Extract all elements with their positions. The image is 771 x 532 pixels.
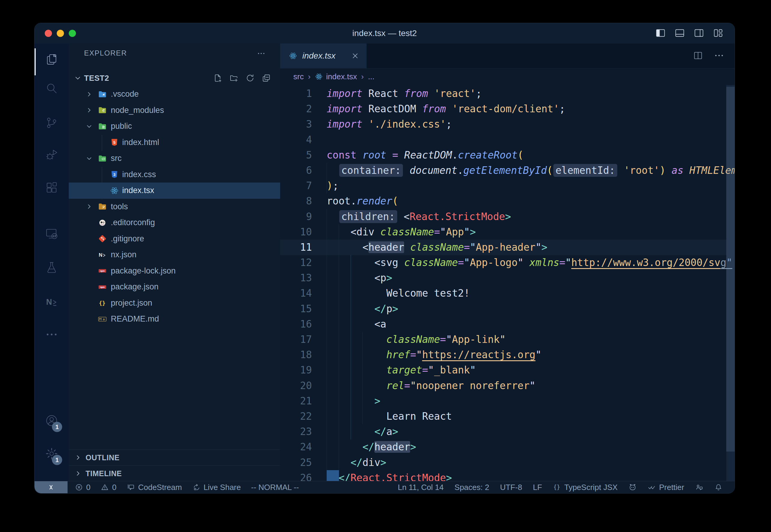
sidebar-panel-outline[interactable]: OUTLINE	[69, 449, 280, 466]
tree-item-public[interactable]: public	[69, 118, 280, 135]
status-ln-11-col-14[interactable]: Ln 11, Col 14	[398, 483, 444, 492]
tree-item--editorconfig[interactable]: .editorconfig	[69, 215, 280, 231]
code-line-18[interactable]: href="https://reactjs.org"	[327, 347, 735, 362]
breadcrumb-item[interactable]: src	[293, 72, 304, 81]
activity-item-search[interactable]	[35, 74, 69, 103]
activity-item-more-views[interactable]	[35, 320, 69, 349]
file-label: package.json	[111, 282, 159, 292]
code-line-14[interactable]: Welcome test2!	[327, 286, 735, 301]
collapse-all-button[interactable]	[262, 73, 271, 84]
activity-item-source-control[interactable]	[35, 108, 69, 137]
tree-item-index-html[interactable]: 5index.html	[69, 135, 280, 151]
status-lf[interactable]: LF	[533, 483, 542, 492]
status-prettier[interactable]: Prettier	[648, 483, 684, 492]
code-line-26[interactable]: </React.StrictMode>	[327, 470, 735, 481]
new-folder-button[interactable]	[229, 73, 239, 84]
status-spaces-2[interactable]: Spaces: 2	[455, 483, 489, 492]
status-codestream[interactable]: CodeStream	[127, 483, 182, 492]
code-token: >	[446, 472, 452, 481]
workspace-section-header[interactable]: TEST2	[69, 70, 280, 86]
scrollbar-slider[interactable]	[726, 87, 735, 452]
code-line-7[interactable]: );	[327, 178, 735, 193]
code-line-4[interactable]	[327, 132, 735, 147]
tree-item-package-lock-json[interactable]: npmpackage-lock.json	[69, 263, 280, 279]
file-label: .vscode	[111, 89, 139, 99]
code-line-12[interactable]: <svg className="App-logo" xmlns="http://…	[327, 255, 735, 270]
code-line-9[interactable]: children: <React.StrictMode>	[327, 209, 735, 224]
code-token: "	[410, 380, 416, 391]
line-number-gutter[interactable]: 1234567891011121314151617181920212223242…	[280, 86, 312, 481]
layout-panel-button[interactable]	[674, 27, 685, 40]
new-file-button[interactable]	[213, 73, 222, 84]
status-feedback[interactable]	[695, 483, 703, 491]
tree-item-nx-json[interactable]: Nnx.json	[69, 247, 280, 263]
tree-item-readme-md[interactable]: README.md	[69, 311, 280, 327]
code-line-11[interactable]: <header className="App-header">	[327, 240, 735, 255]
tree-item-tools[interactable]: tools	[69, 199, 280, 215]
code-line-15[interactable]: </p>	[327, 301, 735, 316]
code-token: ;	[333, 180, 339, 192]
code-line-25[interactable]: </div>	[327, 455, 735, 470]
remote-indicator[interactable]	[35, 481, 68, 493]
code-line-20[interactable]: rel="noopener noreferrer"	[327, 378, 735, 393]
npm-icon: npm	[98, 282, 107, 292]
code-area[interactable]: 1234567891011121314151617181920212223242…	[280, 85, 735, 481]
layout-customize-button[interactable]	[712, 27, 724, 40]
code-line-22[interactable]: Learn React	[327, 409, 735, 424]
tree-item-package-json[interactable]: npmpackage.json	[69, 279, 280, 295]
tree-item-index-css[interactable]: 3index.css	[69, 167, 280, 183]
activity-item-extensions[interactable]	[35, 174, 69, 202]
code-token: "	[500, 334, 506, 345]
code-token	[327, 457, 350, 468]
tree-item--vscode[interactable]: .vscode	[69, 86, 280, 102]
activity-item-testing[interactable]	[35, 253, 69, 282]
tree-item-src[interactable]: src	[69, 150, 280, 167]
code-line-6[interactable]: container: document.getElementById(eleme…	[327, 163, 735, 178]
status-normal[interactable]: -- NORMAL --	[251, 483, 299, 492]
tree-item-project-json[interactable]: {}project.json	[69, 295, 280, 311]
status-bell[interactable]	[714, 483, 723, 491]
activity-item-nx-console[interactable]: N	[35, 288, 69, 316]
close-tab-icon[interactable]	[342, 51, 351, 60]
sidebar-panel-timeline[interactable]: TIMELINE	[69, 465, 280, 482]
code-line-24[interactable]: </header>	[327, 439, 735, 455]
explorer-more-actions-button[interactable]	[257, 49, 266, 58]
activity-item-remote-explorer[interactable]	[35, 219, 69, 248]
code-line-8[interactable]: root.render(	[327, 193, 735, 209]
editor-scrollbar[interactable]	[726, 85, 735, 481]
layout-sidebar-left-button[interactable]	[655, 27, 666, 40]
layout-sidebar-right-button[interactable]	[693, 27, 705, 40]
code-line-13[interactable]: <p>	[327, 270, 735, 286]
tree-item-node-modules[interactable]: JSnode_modules	[69, 102, 280, 119]
ellipsis-button[interactable]	[714, 50, 724, 62]
code-line-3[interactable]: import './index.css';	[327, 116, 735, 132]
code-line-2[interactable]: import ReactDOM from 'react-dom/client';	[327, 101, 735, 116]
refresh-button[interactable]	[245, 73, 255, 84]
activity-item-explorer[interactable]	[35, 45, 69, 74]
activity-item-run-debug[interactable]	[35, 141, 69, 169]
tree-item--gitignore[interactable]: .gitignore	[69, 231, 280, 247]
status-octoface[interactable]	[628, 483, 637, 491]
status-live-share[interactable]: Live Share	[192, 483, 241, 492]
code-line-21[interactable]: >	[327, 393, 735, 409]
code-line-19[interactable]: target="_blank"	[327, 362, 735, 378]
code-line-1[interactable]: import React from 'react';	[327, 86, 735, 101]
source-control-icon	[45, 116, 59, 130]
code-line-23[interactable]: </a>	[327, 424, 735, 439]
breadcrumb-item[interactable]: ...	[368, 72, 375, 81]
activity-item-settings[interactable]: 1	[35, 439, 69, 468]
split-editor-button[interactable]	[693, 50, 703, 62]
tree-item-index-tsx[interactable]: index.tsx	[69, 183, 280, 199]
tab-index-tsx[interactable]: index.tsx	[280, 44, 367, 68]
code-line-17[interactable]: className="App-link"	[327, 332, 735, 347]
status-0[interactable]: 0	[75, 483, 90, 492]
status-0[interactable]: 0	[101, 483, 116, 492]
code-token: =	[559, 257, 565, 268]
code-line-10[interactable]: <div className="App">	[327, 224, 735, 240]
code-line-5[interactable]: const root = ReactDOM.createRoot(	[327, 147, 735, 163]
activity-item-accounts[interactable]: 1	[35, 406, 69, 435]
status-utf-8[interactable]: UTF-8	[500, 483, 522, 492]
status-typescript-jsx[interactable]: {}TypeScript JSX	[553, 483, 618, 492]
code-line-16[interactable]: <a	[327, 316, 735, 332]
breadcrumb-item[interactable]: index.tsx	[315, 72, 357, 81]
